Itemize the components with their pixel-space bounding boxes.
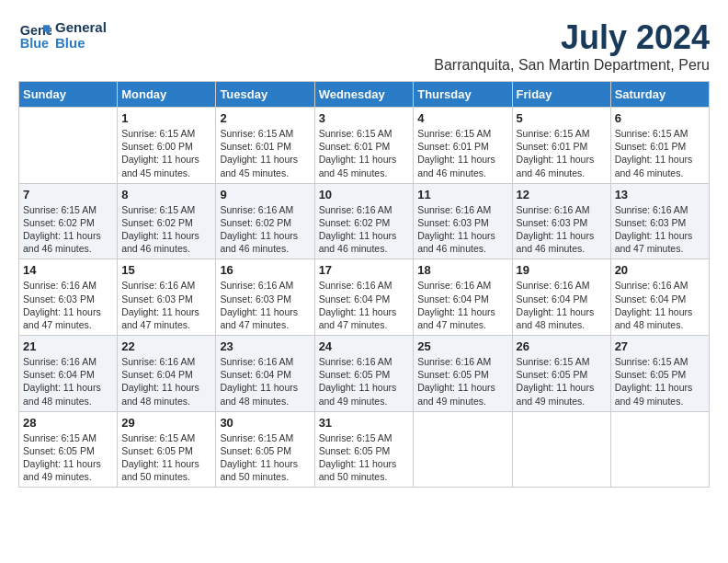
day-info: Sunrise: 6:15 AM Sunset: 6:05 PM Dayligh… [220,431,310,484]
day-number: 23 [220,339,310,353]
week-row-3: 14Sunrise: 6:16 AM Sunset: 6:03 PM Dayli… [19,259,710,336]
day-number: 19 [517,263,607,277]
day-number: 31 [319,416,410,430]
calendar-cell: 8Sunrise: 6:15 AM Sunset: 6:02 PM Daylig… [118,183,216,259]
day-info: Sunrise: 6:16 AM Sunset: 6:04 PM Dayligh… [517,279,607,331]
day-info: Sunrise: 6:16 AM Sunset: 6:04 PM Dayligh… [319,279,410,331]
day-info: Sunrise: 6:16 AM Sunset: 6:04 PM Dayligh… [220,355,310,408]
day-header-friday: Friday [512,82,610,108]
day-number: 26 [517,339,607,353]
calendar-cell: 17Sunrise: 6:16 AM Sunset: 6:04 PM Dayli… [314,259,414,336]
day-info: Sunrise: 6:16 AM Sunset: 6:03 PM Dayligh… [23,279,113,331]
day-number: 7 [23,188,113,201]
logo: General Blue General Blue [18,18,107,52]
calendar-cell: 22Sunrise: 6:16 AM Sunset: 6:04 PM Dayli… [118,336,216,412]
day-info: Sunrise: 6:16 AM Sunset: 6:03 PM Dayligh… [615,203,705,256]
calendar-cell: 26Sunrise: 6:15 AM Sunset: 6:05 PM Dayli… [512,336,610,412]
day-info: Sunrise: 6:15 AM Sunset: 6:05 PM Dayligh… [23,431,113,484]
day-number: 22 [121,339,211,353]
day-number: 15 [121,263,211,277]
day-info: Sunrise: 6:16 AM Sunset: 6:05 PM Dayligh… [417,355,507,408]
calendar-table: SundayMondayTuesdayWednesdayThursdayFrid… [18,81,710,488]
calendar-cell: 28Sunrise: 6:15 AM Sunset: 6:05 PM Dayli… [19,411,118,488]
day-info: Sunrise: 6:16 AM Sunset: 6:02 PM Dayligh… [319,203,410,256]
calendar-cell: 6Sunrise: 6:15 AM Sunset: 6:01 PM Daylig… [610,108,709,184]
calendar-cell: 25Sunrise: 6:16 AM Sunset: 6:05 PM Dayli… [414,336,512,412]
calendar-cell: 20Sunrise: 6:16 AM Sunset: 6:04 PM Dayli… [610,259,709,336]
day-header-wednesday: Wednesday [314,82,414,108]
calendar-cell [19,108,118,184]
day-number: 20 [615,263,705,277]
day-number: 11 [417,188,507,201]
day-number: 18 [417,263,507,277]
day-info: Sunrise: 6:15 AM Sunset: 6:05 PM Dayligh… [121,431,211,484]
calendar-cell: 10Sunrise: 6:16 AM Sunset: 6:02 PM Dayli… [314,183,414,259]
day-info: Sunrise: 6:16 AM Sunset: 6:04 PM Dayligh… [615,279,705,331]
day-number: 10 [319,188,410,201]
day-info: Sunrise: 6:15 AM Sunset: 6:02 PM Dayligh… [23,203,113,256]
day-info: Sunrise: 6:16 AM Sunset: 6:02 PM Dayligh… [220,203,310,256]
day-number: 2 [220,111,310,125]
day-number: 25 [417,339,507,353]
calendar-cell: 9Sunrise: 6:16 AM Sunset: 6:02 PM Daylig… [216,183,314,259]
day-header-monday: Monday [118,82,216,108]
day-info: Sunrise: 6:16 AM Sunset: 6:04 PM Dayligh… [23,355,113,408]
calendar-cell: 14Sunrise: 6:16 AM Sunset: 6:03 PM Dayli… [19,259,118,336]
day-number: 8 [121,188,211,201]
calendar-cell: 12Sunrise: 6:16 AM Sunset: 6:03 PM Dayli… [512,183,610,259]
calendar-cell: 11Sunrise: 6:16 AM Sunset: 6:03 PM Dayli… [414,183,512,259]
week-row-4: 21Sunrise: 6:16 AM Sunset: 6:04 PM Dayli… [19,336,710,412]
calendar-cell: 18Sunrise: 6:16 AM Sunset: 6:04 PM Dayli… [414,259,512,336]
calendar-cell: 21Sunrise: 6:16 AM Sunset: 6:04 PM Dayli… [19,336,118,412]
day-number: 21 [23,339,113,353]
week-row-2: 7Sunrise: 6:15 AM Sunset: 6:02 PM Daylig… [19,183,710,259]
day-number: 6 [615,111,705,125]
day-info: Sunrise: 6:15 AM Sunset: 6:05 PM Dayligh… [517,355,607,408]
calendar-cell: 23Sunrise: 6:16 AM Sunset: 6:04 PM Dayli… [216,336,314,412]
header: General Blue General Blue July 2024 Barr… [18,18,710,74]
day-info: Sunrise: 6:16 AM Sunset: 6:04 PM Dayligh… [417,279,507,331]
day-header-tuesday: Tuesday [216,82,314,108]
day-number: 3 [319,111,410,125]
day-number: 24 [319,339,410,353]
calendar-cell [414,411,512,488]
calendar-cell [610,411,709,488]
day-info: Sunrise: 6:15 AM Sunset: 6:01 PM Dayligh… [517,127,607,179]
day-info: Sunrise: 6:15 AM Sunset: 6:01 PM Dayligh… [417,127,507,179]
logo-line2: Blue [55,35,107,51]
day-number: 17 [319,263,410,277]
calendar-cell: 16Sunrise: 6:16 AM Sunset: 6:03 PM Dayli… [216,259,314,336]
day-number: 27 [615,339,705,353]
day-number: 28 [23,416,113,430]
day-info: Sunrise: 6:15 AM Sunset: 6:05 PM Dayligh… [615,355,705,408]
day-header-thursday: Thursday [414,82,512,108]
header-row: SundayMondayTuesdayWednesdayThursdayFrid… [19,82,710,108]
calendar-cell: 31Sunrise: 6:15 AM Sunset: 6:05 PM Dayli… [314,411,414,488]
day-number: 16 [220,263,310,277]
main-title: July 2024 [434,18,710,57]
day-number: 5 [517,111,607,125]
logo-line1: General [55,19,107,35]
day-info: Sunrise: 6:15 AM Sunset: 6:05 PM Dayligh… [319,431,410,484]
calendar-cell: 2Sunrise: 6:15 AM Sunset: 6:01 PM Daylig… [216,108,314,184]
calendar-cell: 1Sunrise: 6:15 AM Sunset: 6:00 PM Daylig… [118,108,216,184]
calendar-cell: 15Sunrise: 6:16 AM Sunset: 6:03 PM Dayli… [118,259,216,336]
calendar-cell [512,411,610,488]
day-info: Sunrise: 6:16 AM Sunset: 6:04 PM Dayligh… [121,355,211,408]
calendar-cell: 24Sunrise: 6:16 AM Sunset: 6:05 PM Dayli… [314,336,414,412]
day-number: 9 [220,188,310,201]
title-area: July 2024 Barranquita, San Martin Depart… [434,18,710,74]
day-number: 4 [417,111,507,125]
calendar-cell: 30Sunrise: 6:15 AM Sunset: 6:05 PM Dayli… [216,411,314,488]
calendar-cell: 19Sunrise: 6:16 AM Sunset: 6:04 PM Dayli… [512,259,610,336]
week-row-1: 1Sunrise: 6:15 AM Sunset: 6:00 PM Daylig… [19,108,710,184]
logo-icon: General Blue [18,18,51,52]
day-number: 29 [121,416,211,430]
day-info: Sunrise: 6:16 AM Sunset: 6:03 PM Dayligh… [220,279,310,331]
day-info: Sunrise: 6:15 AM Sunset: 6:00 PM Dayligh… [121,127,211,179]
day-info: Sunrise: 6:16 AM Sunset: 6:03 PM Dayligh… [121,279,211,331]
day-number: 14 [23,263,113,277]
day-info: Sunrise: 6:15 AM Sunset: 6:01 PM Dayligh… [220,127,310,179]
subtitle: Barranquita, San Martin Department, Peru [434,57,710,74]
day-number: 13 [615,188,705,201]
